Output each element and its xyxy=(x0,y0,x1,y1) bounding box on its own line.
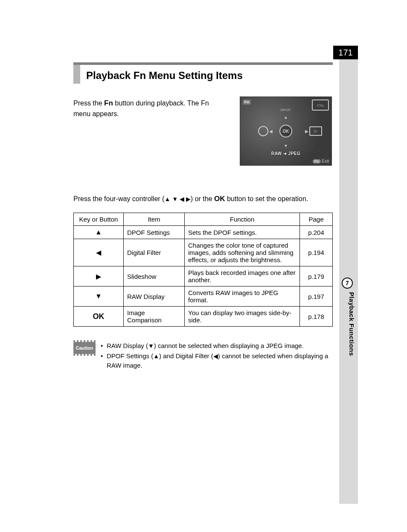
table-row: ▲ DPOF Settings Sets the DPOF settings. … xyxy=(74,226,333,239)
lcd-raw-jpeg-label: RAW ➔ JPEG xyxy=(271,151,301,156)
cell-item: DPOF Settings xyxy=(124,226,185,239)
lcd-exit-fn-pill: Fn xyxy=(313,159,321,164)
lcd-fn-badge: Fn xyxy=(243,99,251,105)
lcd-filter-icon xyxy=(258,126,268,136)
lcd-dpof-label: DPOF xyxy=(281,108,291,112)
fn-label: Fn xyxy=(104,99,113,107)
down-arrow-icon: ▼ xyxy=(148,342,154,349)
cell-item: RAW Display xyxy=(124,286,185,307)
up-arrow-icon: ▲ xyxy=(153,353,159,360)
caution-item: DPOF Settings (▲) and Digital Filter (◀)… xyxy=(101,351,333,370)
cell-key: ▼ xyxy=(74,286,124,307)
cell-key: ▶ xyxy=(74,266,124,286)
th-item: Item xyxy=(124,213,185,226)
th-page: Page xyxy=(300,213,333,226)
para2-a: Press the four-way controller ( xyxy=(73,195,164,202)
cell-func: Sets the DPOF settings. xyxy=(185,226,300,239)
caution-1b: ) cannot be selected when displaying a J… xyxy=(154,342,304,349)
cell-func: Plays back recorded images one after ano… xyxy=(185,266,300,286)
cell-page: p.197 xyxy=(300,286,333,307)
cell-page: p.194 xyxy=(300,239,333,266)
cell-func: Converts RAW images to JPEG format. xyxy=(185,286,300,307)
cell-item: Slideshow xyxy=(124,266,185,286)
lcd-right-arrow-icon: ▶ xyxy=(305,129,308,134)
cell-key: ▲ xyxy=(74,226,124,239)
cell-page: p.204 xyxy=(300,226,333,239)
fn-menu-table: Key or Button Item Function Page ▲ DPOF … xyxy=(73,213,333,327)
cell-key-ok: OK xyxy=(74,307,124,327)
cell-page: p.178 xyxy=(300,307,333,327)
cell-item: Digital Filter xyxy=(124,239,185,266)
caution-list: RAW Display (▼) cannot be selected when … xyxy=(101,341,333,371)
section-heading: Playback Fn Menu Setting Items xyxy=(86,67,243,82)
content-area: Playback Fn Menu Setting Items Press the… xyxy=(73,62,333,371)
cell-item: Image Comparison xyxy=(124,307,185,327)
camera-lcd-illustration: Fn ▭⌕ DPOF ▷ ▲ ▼ ◀ ▶ OK RAW ➔ JPEG Fn Ex… xyxy=(240,96,332,166)
th-key: Key or Button xyxy=(74,213,124,226)
page-number: 171 xyxy=(333,46,358,59)
table-header-row: Key or Button Item Function Page xyxy=(74,213,333,226)
cell-key: ◀ xyxy=(74,239,124,266)
page: 171 7 Playback Functions Playback Fn Men… xyxy=(0,0,407,532)
heading-mark xyxy=(73,65,80,84)
left-arrow-icon: ◀ xyxy=(213,353,218,360)
caution-badge-icon: Caution xyxy=(73,342,96,354)
side-chapter-label: Playback Functions xyxy=(343,292,355,420)
four-way-arrows-icon: ▲ ▼ ◀ ▶ xyxy=(164,196,190,202)
caution-item: RAW Display (▼) cannot be selected when … xyxy=(101,341,333,351)
cell-page: p.179 xyxy=(300,266,333,286)
intro-prefix: Press the xyxy=(73,99,104,107)
controller-paragraph: Press the four-way controller (▲ ▼ ◀ ▶) … xyxy=(73,194,333,205)
caution-1a: RAW Display ( xyxy=(107,342,148,349)
caution-2a: DPOF Settings ( xyxy=(107,352,153,360)
intro-paragraph: Press the Fn button during playback. The… xyxy=(73,98,227,119)
lcd-compare-icon: ▭⌕ xyxy=(312,99,329,111)
lcd-exit-text: Exit xyxy=(322,159,329,164)
caution-block: Caution RAW Display (▼) cannot be select… xyxy=(73,341,333,371)
table-row: ▼ RAW Display Converts RAW images to JPE… xyxy=(74,286,333,307)
lcd-ok-button-icon: OK xyxy=(279,125,292,137)
para2-c: button to set the operation. xyxy=(225,195,308,202)
table-row: ◀ Digital Filter Changes the color tone … xyxy=(74,239,333,266)
cell-func: Changes the color tone of captured image… xyxy=(185,239,300,266)
lcd-slideshow-icon: ▷ xyxy=(309,126,322,136)
para2-b: ) or the xyxy=(191,195,214,202)
section-heading-bar: Playback Fn Menu Setting Items xyxy=(73,62,333,84)
caution-2b: ) and Digital Filter ( xyxy=(159,352,213,360)
lcd-left-arrow-icon: ◀ xyxy=(269,129,273,134)
th-func: Function xyxy=(185,213,300,226)
table-row: OK Image Comparison You can display two … xyxy=(74,307,333,327)
lcd-down-arrow-icon: ▼ xyxy=(284,143,288,148)
cell-func: You can display two images side-by-side. xyxy=(185,307,300,327)
lcd-exit-label: Fn Exit xyxy=(313,159,329,164)
table-row: ▶ Slideshow Plays back recorded images o… xyxy=(74,266,333,286)
chapter-number-badge: 7 xyxy=(342,278,353,289)
lcd-up-arrow-icon: ▲ xyxy=(284,115,288,120)
ok-label: OK xyxy=(214,195,225,203)
